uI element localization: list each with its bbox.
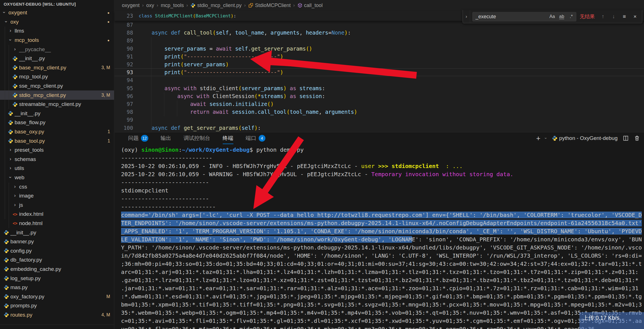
panel-tab-调试控制台[interactable]: 调试控制台 bbox=[184, 132, 210, 144]
terminal-line[interactable]: .jar=01;31:*.war=01;31:*.ear=01;31:*.sar… bbox=[121, 284, 644, 292]
tree-item-oxy[interactable]: ›oxy● bbox=[0, 17, 114, 27]
tree-item-routes-py[interactable]: routes.py4, M bbox=[0, 310, 114, 320]
tree-item-log-setup-py[interactable]: log_setup.py bbox=[0, 274, 114, 283]
tree-item--init-py[interactable]: __init__.py bbox=[0, 54, 114, 63]
find-input[interactable]: _execute Aa ab .* bbox=[472, 12, 576, 21]
terminal-line[interactable]: --------------------------- bbox=[121, 154, 644, 162]
tree-item-llms[interactable]: ›llms bbox=[0, 26, 114, 36]
terminal-line[interactable]: in/7d842fb85a0275a4a8e4d7e040d2625abbf7f… bbox=[121, 252, 644, 260]
code-line-98[interactable]: 98 return await session.call_tool(tool_n… bbox=[115, 108, 644, 116]
tree-item-js[interactable]: ›js bbox=[0, 200, 114, 210]
terminal-line[interactable]: -------------------------- bbox=[121, 178, 644, 187]
panel-tab-问题[interactable]: 问题12 bbox=[128, 132, 148, 144]
breadcrumb-item-call-tool[interactable]: call_tool bbox=[297, 3, 323, 8]
tree-item-mcp-tools[interactable]: ›mcp_tools● bbox=[0, 36, 114, 45]
tree-item-embedding-cache-py[interactable]: embedding_cache.py bbox=[0, 265, 114, 274]
code-line-96[interactable]: 96 async with ClientSession(*streams) as… bbox=[115, 92, 644, 100]
terminal-line[interactable]: stdiomcpclient bbox=[121, 187, 644, 195]
tree-item--init-py[interactable]: __init__.py bbox=[0, 228, 114, 237]
code-line-90[interactable]: 90 server_params = await self.get_server… bbox=[115, 45, 644, 53]
code-line-97[interactable]: 97 await session.initialize() bbox=[115, 100, 644, 108]
terminal-line[interactable]: (oxy) sinon@Sinon:~/work/OxyGent-debug$ … bbox=[121, 146, 644, 154]
code-line-100[interactable]: 100 async def get_server_params(self): bbox=[115, 124, 644, 131]
panel-tab-端口[interactable]: 端口4 bbox=[246, 132, 265, 144]
split-terminal-button[interactable] bbox=[623, 135, 629, 141]
tree-item-node-html[interactable]: <>node.html bbox=[0, 219, 114, 228]
tree-item-oxy-factory-py[interactable]: oxy_factory.pyM bbox=[0, 292, 114, 301]
new-terminal-button[interactable]: + bbox=[536, 134, 540, 143]
terminal-profile-dropdown-icon[interactable]: › bbox=[544, 138, 549, 139]
find-next-button[interactable]: ↓ bbox=[609, 12, 618, 21]
find-in-selection-button[interactable]: ≡ bbox=[620, 12, 629, 21]
terminal-line[interactable]: u=00;36:*.flac=00;36:*.m4a=00;36:*.mid=0… bbox=[121, 325, 644, 329]
tree-item-base-mcp-client-py[interactable]: base_mcp_client.py3, M bbox=[0, 63, 114, 72]
terminal-line[interactable]: -------------------------- bbox=[121, 195, 644, 203]
tree-item-db-factory-py[interactable]: db_factory.py bbox=[0, 255, 114, 265]
tree-item-config-py[interactable]: config.py bbox=[0, 246, 114, 255]
tree-item-mcp-tool-py[interactable]: mcp_tool.py bbox=[0, 72, 114, 81]
tree-item-stdio-mcp-client-py[interactable]: stdio_mcp_client.py3, M bbox=[0, 90, 114, 100]
tree-item-prompts-py[interactable]: prompts.py bbox=[0, 301, 114, 310]
tree-item-preset-tools[interactable]: ›preset_tools bbox=[0, 146, 114, 155]
terminal-line[interactable]: c=01;35:*.avi=01;35:*.fli=01;35:*.flv=01… bbox=[121, 317, 644, 325]
tree-item-streamable-mcp-client-py[interactable]: streamable_mcp_client.py bbox=[0, 100, 114, 109]
whole-word-toggle[interactable]: ab bbox=[557, 14, 566, 19]
terminal-profile-item[interactable]: python - OxyGent-debug bbox=[552, 135, 618, 141]
toggle-replace-button[interactable]: › bbox=[463, 10, 470, 23]
breadcrumb-item-oxygent[interactable]: oxygent bbox=[122, 3, 140, 8]
tree-item-oxygent[interactable]: ›oxygent● bbox=[0, 8, 114, 17]
code-line-91[interactable]: 91 print("----------------------------") bbox=[115, 53, 644, 60]
code-editor[interactable]: 8788 async def call_tool(self, tool_name… bbox=[115, 21, 644, 132]
code-line-95[interactable]: 95 async with stdio_client(server_params… bbox=[115, 84, 644, 92]
terminal-line[interactable]: 2025-10-22 00:26:10,059 - WARNING - HBSf… bbox=[121, 170, 644, 178]
tree-item-banner-py[interactable]: banner.py bbox=[0, 237, 114, 246]
tree-item-base-tool-py[interactable]: base_tool.py1 bbox=[0, 136, 114, 146]
match-case-toggle[interactable]: Aa bbox=[547, 14, 557, 19]
terminal-line[interactable]: TER_ENDPOINTS': '/home/sinon/.vscode-ser… bbox=[121, 219, 644, 227]
code-line-88[interactable]: 88 async def call_tool(self, tool_name, … bbox=[115, 29, 644, 37]
tree-item--init-py[interactable]: __init__.py bbox=[0, 109, 114, 118]
breadcrumb-item-mcp-tools[interactable]: mcp_tools bbox=[161, 3, 184, 8]
terminal-line[interactable]: command='/bin/sh' args=['-lc', 'curl -X … bbox=[121, 211, 644, 219]
terminal-line[interactable]: bm=01;35:*.xpm=01;35:*.tif=01;35:*.tiff=… bbox=[121, 301, 644, 309]
tree-item-base-oxy-py[interactable]: base_oxy.py1 bbox=[0, 127, 114, 137]
close-find-button[interactable]: × bbox=[630, 12, 640, 21]
breadcrumb-item-stdio-mcp-client-py[interactable]: stdio_mcp_client.py bbox=[190, 3, 242, 8]
panel-tab-输出[interactable]: 输出 bbox=[161, 132, 171, 144]
bottom-panel: 问题12输出调试控制台终端端口4 + › python - OxyGent-de… bbox=[115, 132, 644, 329]
terminal-output[interactable]: (oxy) sinon@Sinon:~/work/OxyGent-debug$ … bbox=[115, 144, 644, 329]
tree-item-image[interactable]: ›image bbox=[0, 191, 114, 201]
chevron-down-icon: › bbox=[1, 10, 8, 15]
terminal-line[interactable]: _APPS_ENABLED': '1', 'TERM_PROGRAM_VERSI… bbox=[121, 227, 644, 235]
find-previous-button[interactable]: ↑ bbox=[598, 12, 608, 21]
code-line-89[interactable]: 89 bbox=[115, 37, 644, 44]
tree-item-mas-py[interactable]: mas.py bbox=[0, 283, 114, 292]
terminal-line[interactable]: arc=01;31:*.arj=01;31:*.taz=01;31:*.lha=… bbox=[121, 268, 644, 276]
terminal-line[interactable]: ;36:mh=00:pi=40;33:so=01;35:do=01;35:bd=… bbox=[121, 260, 644, 268]
tree-item-index-html[interactable]: <>index.html bbox=[0, 210, 114, 219]
tree-item-web[interactable]: ›web bbox=[0, 173, 114, 182]
code-line-94[interactable]: 94 bbox=[115, 76, 644, 84]
tree-item-sse-mcp-client-py[interactable]: sse_mcp_client.py bbox=[0, 81, 114, 91]
terminal-line[interactable]: Y_PATH': '/home/sinon/.vscode-server/ext… bbox=[121, 244, 644, 252]
breadcrumb-item-stdiomcpclient[interactable]: StdioMCPClient bbox=[248, 3, 291, 8]
tree-item-base-flow-py[interactable]: base_flow.py bbox=[0, 118, 114, 127]
code-line-92[interactable]: 92 print(server_params) bbox=[115, 60, 644, 68]
tree-item-schemas[interactable]: ›schemas bbox=[0, 155, 114, 164]
find-query-text[interactable]: _execute bbox=[473, 14, 547, 20]
tree-item-utils[interactable]: ›utils bbox=[0, 164, 114, 173]
tree-item-css[interactable]: ›css bbox=[0, 182, 114, 191]
kill-terminal-button[interactable] bbox=[634, 135, 640, 141]
terminal-line[interactable]: ---------------------------- bbox=[121, 203, 644, 211]
panel-tab-终端[interactable]: 终端 bbox=[223, 132, 233, 144]
code-line-99[interactable]: 99 bbox=[115, 116, 644, 124]
terminal-line[interactable]: 35:*.webm=01;35:*.webp=01;35:*.ogm=01;35… bbox=[121, 309, 644, 317]
terminal-line[interactable]: :*.dwm=01;31:*.esd=01;31:*.avif=01;35:*.… bbox=[121, 292, 644, 301]
code-line-93[interactable]: 93 print("----------------------------") bbox=[115, 68, 644, 76]
terminal-line[interactable]: .gz=01;31:*.lrz=01;31:*.lz=01;31:*.lzo=0… bbox=[121, 276, 644, 284]
regex-toggle[interactable]: .* bbox=[566, 14, 576, 19]
terminal-line[interactable]: LE_VALIDATION': '1', 'NAME': 'Sinon', 'P… bbox=[121, 235, 644, 244]
breadcrumb-item-oxy[interactable]: oxy bbox=[146, 3, 154, 8]
tree-item--pycache-[interactable]: ›__pycache__ bbox=[0, 45, 114, 54]
terminal-line[interactable]: 2025-10-22 00:26:10,059 - INFO - HBSfWJh… bbox=[121, 162, 644, 170]
